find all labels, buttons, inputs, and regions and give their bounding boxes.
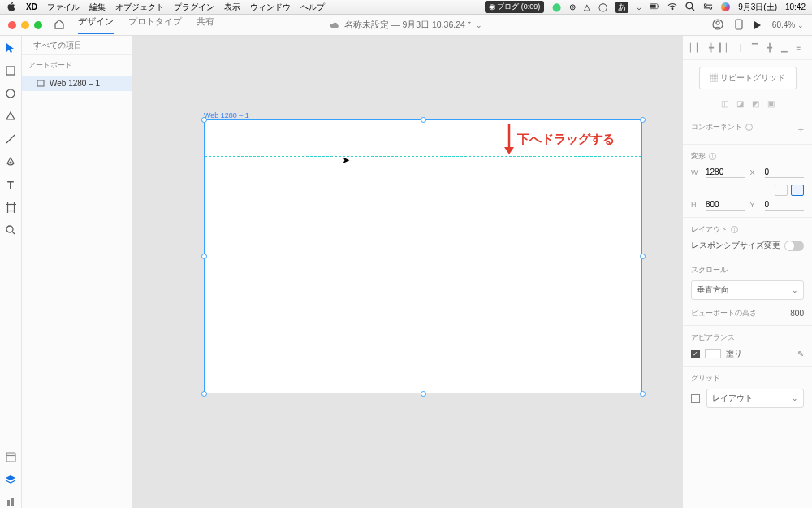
profile-icon[interactable] [712, 19, 723, 32]
op-add-icon[interactable]: ◫ [721, 99, 728, 108]
rectangle-tool[interactable] [5, 65, 16, 76]
menubar-date[interactable]: 9月3日(土) [738, 2, 777, 13]
canvas[interactable]: Web 1280 – 1 ➤ 下へドラッグする [132, 36, 682, 508]
op-intersect-icon[interactable]: ◩ [752, 99, 759, 108]
battery-icon[interactable] [650, 2, 659, 13]
triangle-icon[interactable]: △ [584, 2, 590, 11]
responsive-toggle[interactable] [784, 241, 804, 251]
portrait-icon[interactable] [775, 185, 788, 196]
menu-view[interactable]: 表示 [224, 2, 240, 13]
blog-timer[interactable]: ◉ ブログ (0:09) [485, 1, 545, 13]
artboard[interactable] [204, 119, 642, 393]
scroll-select[interactable]: 垂直方向⌄ [691, 280, 804, 300]
circle-icon[interactable]: ◯ [598, 2, 607, 11]
op-exclude-icon[interactable]: ▣ [767, 99, 775, 108]
play-button[interactable] [754, 21, 761, 29]
op-subtract-icon[interactable]: ◪ [736, 99, 744, 108]
w-label: W [691, 168, 701, 176]
info-icon[interactable]: i [709, 153, 716, 160]
resize-handle[interactable] [640, 254, 646, 259]
align-vcenter-icon[interactable]: ╋ [764, 42, 775, 53]
responsive-label: レスポンシブサイズ変更 [691, 240, 780, 251]
apple-icon[interactable] [6, 2, 16, 13]
status-icon[interactable]: ⬤ [552, 2, 561, 11]
svg-rect-12 [736, 20, 742, 29]
grid-select[interactable]: レイアウト⌄ [706, 389, 804, 408]
zoom-level[interactable]: 60.4% ⌄ [772, 20, 804, 29]
ellipse-tool[interactable] [5, 88, 16, 99]
x-input[interactable] [765, 167, 805, 178]
x-label: X [750, 168, 760, 176]
mobile-preview-icon[interactable] [735, 19, 743, 32]
menubar-time[interactable]: 10:42 [785, 2, 806, 11]
line-tool[interactable] [5, 133, 16, 145]
ime-indicator[interactable]: あ [615, 2, 628, 13]
artboard-tool[interactable] [5, 202, 16, 213]
close-window[interactable] [8, 21, 16, 29]
fill-swatch[interactable] [705, 349, 721, 358]
y-input[interactable] [765, 199, 805, 211]
align-left-icon[interactable]: ▏▎ [691, 42, 702, 53]
artboard-label[interactable]: Web 1280 – 1 [204, 111, 249, 119]
resize-handle[interactable] [421, 117, 426, 123]
maximize-window[interactable] [34, 21, 42, 29]
plugins-icon[interactable] [5, 497, 16, 508]
resize-handle[interactable] [640, 117, 646, 123]
select-tool[interactable] [5, 42, 16, 54]
home-icon[interactable] [54, 18, 65, 33]
resize-handle[interactable] [201, 254, 207, 259]
svg-rect-17 [7, 204, 14, 211]
svg-rect-34 [37, 80, 44, 86]
height-input[interactable] [706, 199, 745, 211]
siri-icon[interactable] [721, 2, 730, 11]
menu-edit[interactable]: 編集 [89, 2, 106, 13]
landscape-icon[interactable] [791, 185, 804, 196]
align-bottom-icon[interactable]: ▁ [779, 42, 789, 53]
app-name[interactable]: XD [26, 2, 37, 11]
resize-handle[interactable] [421, 391, 426, 397]
tab-prototype[interactable]: プロトタイプ [128, 15, 182, 34]
chevron-down-icon[interactable]: ⌄ [476, 21, 482, 29]
info-icon[interactable]: i [731, 226, 738, 233]
resize-handle[interactable] [201, 391, 207, 397]
tab-share[interactable]: 共有 [197, 15, 214, 34]
minimize-window[interactable] [21, 21, 29, 29]
fill-checkbox[interactable]: ✓ [691, 350, 700, 358]
resize-handle[interactable] [640, 391, 646, 397]
layer-item[interactable]: Web 1280 – 1 [22, 76, 132, 91]
grid-checkbox[interactable] [691, 394, 700, 403]
menu-file[interactable]: ファイル [47, 2, 80, 13]
menu-window[interactable]: ウィンドウ [250, 2, 291, 13]
align-hcenter-icon[interactable]: ┿ [706, 42, 716, 53]
svg-rect-30 [7, 500, 10, 506]
viewport-line[interactable] [205, 156, 641, 157]
wifi-icon[interactable] [667, 2, 677, 13]
bluetooth-icon[interactable]: ⌵ [637, 2, 641, 11]
layers-icon[interactable] [5, 474, 16, 485]
text-tool[interactable]: T [5, 179, 16, 190]
add-component-icon[interactable]: + [797, 124, 804, 136]
info-icon[interactable]: i [745, 124, 753, 131]
search-input[interactable] [33, 41, 136, 50]
menu-help[interactable]: ヘルプ [300, 2, 325, 13]
polygon-tool[interactable] [5, 111, 16, 122]
menu-object[interactable]: オブジェクト [115, 2, 164, 13]
svg-point-11 [716, 21, 719, 24]
tab-design[interactable]: デザイン [78, 15, 114, 34]
libraries-icon[interactable] [5, 451, 16, 462]
menu-plugin[interactable]: プラグイン [174, 2, 214, 13]
resize-handle[interactable] [201, 117, 207, 123]
layer-search[interactable]: ⌄ [22, 36, 132, 55]
cloud-icon[interactable]: ⊚ [569, 2, 576, 11]
align-right-icon[interactable]: ▎▏ [720, 42, 731, 53]
control-center-icon[interactable] [703, 2, 713, 13]
distribute-icon[interactable]: ≡ [793, 42, 804, 53]
viewport-height-value[interactable]: 800 [790, 309, 804, 318]
align-top-icon[interactable]: ▔ [749, 42, 760, 53]
pen-tool[interactable] [5, 156, 16, 167]
width-input[interactable] [706, 167, 745, 178]
zoom-tool[interactable] [5, 224, 16, 236]
repeat-grid-button[interactable]: ▦ リピートグリッド [699, 67, 797, 89]
search-icon[interactable] [685, 2, 695, 13]
eyedropper-icon[interactable]: ✎ [797, 350, 804, 358]
